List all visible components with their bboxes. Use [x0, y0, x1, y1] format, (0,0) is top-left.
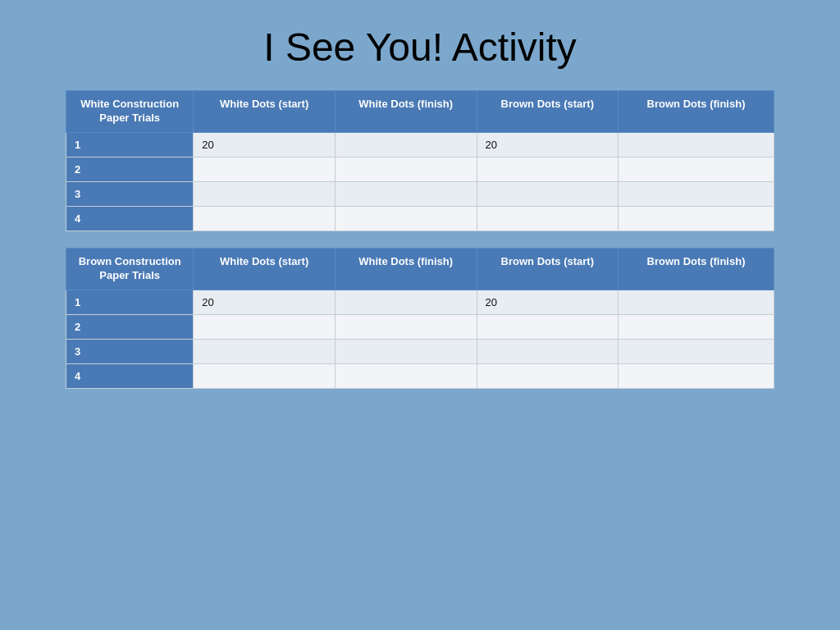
table1-row2-col2: [194, 157, 336, 181]
table2-row3-col4: [477, 339, 619, 363]
table1-row4-col3: [335, 206, 477, 231]
table1-col4-header: Brown Dots (start): [477, 91, 619, 133]
table2-row1-col5: [619, 290, 774, 314]
table1-row2-col4: [477, 157, 619, 181]
table1-row3-col4: [477, 181, 619, 206]
table2-row2-col4: [477, 314, 619, 339]
table1-row4-col2: [194, 206, 336, 231]
table1-row1-col4: 20: [477, 132, 619, 157]
table1-row2-col3: [335, 157, 477, 181]
table2-body: 12020234: [66, 290, 774, 388]
table-row: 3: [66, 181, 774, 206]
table-row: 2: [66, 314, 774, 339]
table2-row1-col3: [335, 290, 477, 314]
table1-row3-col2: [194, 181, 336, 206]
white-paper-table-section: White Construction Paper Trials White Do…: [66, 90, 774, 231]
table-row: 12020: [66, 132, 774, 157]
table2-row3-col5: [619, 339, 774, 363]
table2-row3-col2: [194, 339, 336, 363]
table2-row4-col5: [619, 363, 774, 388]
table-row: 4: [66, 363, 774, 388]
table2-row1-col2: 20: [194, 290, 336, 314]
brown-paper-table: Brown Construction Paper Trials White Do…: [66, 248, 774, 389]
table2-row4-col4: [477, 363, 619, 388]
page-container: I See You! Activity White Construction P…: [0, 0, 840, 630]
table-row: 12020: [66, 290, 774, 314]
table2-row4-col1: 4: [66, 363, 194, 388]
table1-row3-col1: 3: [66, 181, 194, 206]
table1-col2-header: White Dots (start): [194, 91, 336, 133]
table2-col5-header: Brown Dots (finish): [619, 248, 774, 290]
table2-col2-header: White Dots (start): [194, 248, 336, 290]
table2-row2-col2: [194, 314, 336, 339]
table1-col5-header: Brown Dots (finish): [619, 91, 774, 133]
table-row: 2: [66, 157, 774, 181]
table2-row2-col5: [619, 314, 774, 339]
table-row: 3: [66, 339, 774, 363]
table2-row4-col3: [335, 363, 477, 388]
white-paper-table: White Construction Paper Trials White Do…: [66, 90, 774, 231]
table1-row1-col1: 1: [66, 132, 194, 157]
table1-body: 12020234: [66, 132, 774, 231]
table2-row3-col3: [335, 339, 477, 363]
table2-row3-col1: 3: [66, 339, 194, 363]
table2-col4-header: Brown Dots (start): [477, 248, 619, 290]
table1-header-row: White Construction Paper Trials White Do…: [66, 91, 774, 133]
table2-row4-col2: [194, 363, 336, 388]
brown-paper-table-section: Brown Construction Paper Trials White Do…: [66, 248, 774, 389]
table1-row3-col3: [335, 181, 477, 206]
table1-row1-col3: [335, 132, 477, 157]
table1-col3-header: White Dots (finish): [335, 91, 477, 133]
table1-row1-col2: 20: [194, 132, 336, 157]
table1-row2-col5: [619, 157, 774, 181]
table-row: 4: [66, 206, 774, 231]
table1-row3-col5: [619, 181, 774, 206]
table1-col1-header: White Construction Paper Trials: [66, 91, 194, 133]
table2-row1-col1: 1: [66, 290, 194, 314]
table2-row2-col1: 2: [66, 314, 194, 339]
table1-row1-col5: [619, 132, 774, 157]
table1-row4-col4: [477, 206, 619, 231]
table2-header-row: Brown Construction Paper Trials White Do…: [66, 248, 774, 290]
table2-col1-header: Brown Construction Paper Trials: [66, 248, 194, 290]
table1-row2-col1: 2: [66, 157, 194, 181]
table2-row2-col3: [335, 314, 477, 339]
page-title: I See You! Activity: [263, 25, 577, 70]
table2-col3-header: White Dots (finish): [335, 248, 477, 290]
table1-row4-col1: 4: [66, 206, 194, 231]
table1-row4-col5: [619, 206, 774, 231]
table2-row1-col4: 20: [477, 290, 619, 314]
